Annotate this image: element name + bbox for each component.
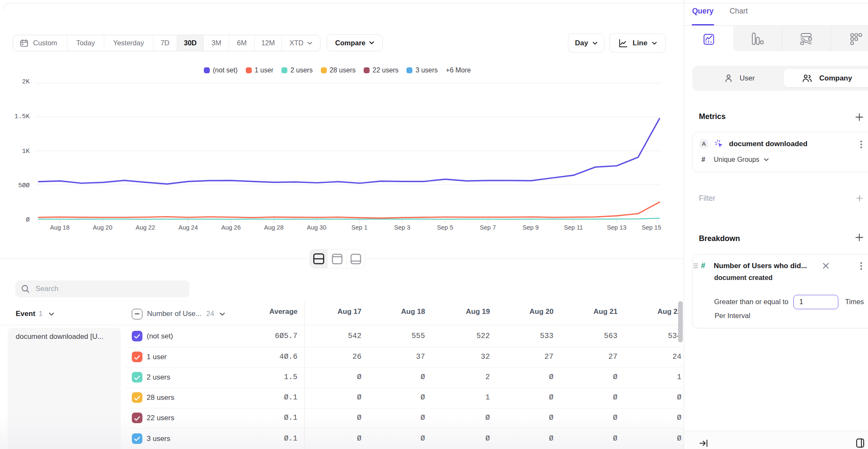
svg-text:Sep 7: Sep 7 [480,224,496,231]
svg-text:Sep 11: Sep 11 [564,224,583,231]
svg-text:Aug 18: Aug 18 [50,224,70,231]
svg-text:Aug 30: Aug 30 [307,224,326,231]
svg-text:Sep 15: Sep 15 [642,224,661,231]
svg-text:Sep 3: Sep 3 [394,224,410,231]
svg-text:Sep 1: Sep 1 [351,224,367,231]
svg-text:Sep 9: Sep 9 [523,224,539,231]
svg-text:Aug 20: Aug 20 [93,224,112,231]
svg-text:1K: 1K [22,148,30,155]
svg-text:Aug 26: Aug 26 [221,224,241,231]
svg-text:1.5K: 1.5K [14,113,30,120]
svg-text:Aug 28: Aug 28 [264,224,284,231]
svg-text:2K: 2K [22,78,30,86]
svg-text:Sep 13: Sep 13 [607,224,626,231]
svg-text:Ø: Ø [26,216,30,224]
svg-text:Sep 5: Sep 5 [437,224,453,231]
svg-text:Aug 22: Aug 22 [136,224,155,231]
svg-text:5ØØ: 5ØØ [18,182,30,189]
svg-text:Aug 24: Aug 24 [178,224,198,231]
